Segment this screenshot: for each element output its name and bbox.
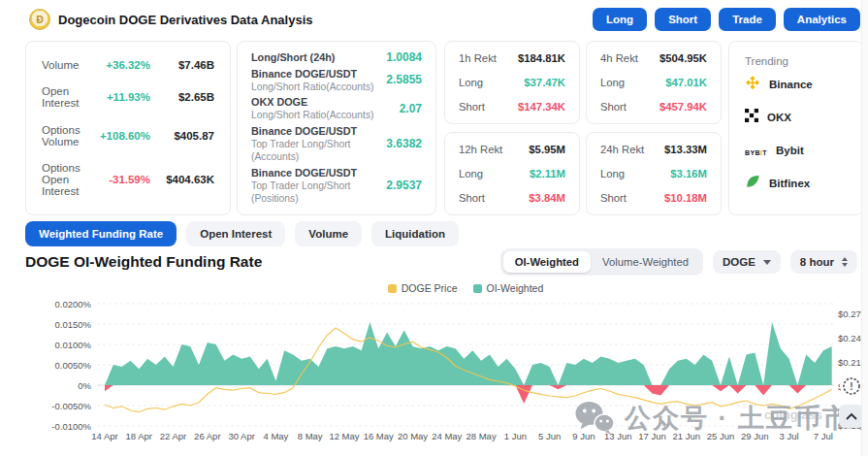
stat-label: Options Open Interest [42, 162, 109, 197]
rekt-period-label: 12h Rekt [459, 144, 502, 155]
rekt-card-24h-rekt: 24h Rekt$13.33MLong$3.16MShort$10.18M [586, 132, 722, 215]
tab-open-interest[interactable]: Open Interest [186, 221, 285, 246]
rekt-total-row: 24h Rekt$13.33M [600, 144, 707, 155]
rekt-period-label: 4h Rekt [600, 52, 638, 64]
stat-label: Options Volume [42, 124, 100, 147]
rekt-short-row: Short$457.94K [600, 101, 707, 113]
weighting-toggle: OI-WeightedVolume-Weighted [500, 248, 703, 276]
header-button-analytics[interactable]: Analytics [784, 8, 860, 31]
ratio-row: Binance DOGE/USDTTop Trader Long/Short (… [251, 166, 422, 206]
ratio-label-line1: Binance DOGE/USDT [251, 124, 386, 138]
ratio-label-line2: Long/Short Ratio(Accounts) [251, 81, 386, 93]
left-axis-tick: 0.0050% [54, 360, 91, 371]
ratio-label-line1: Long/Short (24h) [251, 50, 386, 64]
page-scrollbar[interactable] [861, 0, 868, 456]
x-axis-tick: 7 Jul [800, 431, 847, 441]
trending-bitfinex[interactable]: Bitfinex [745, 174, 847, 193]
rekt-total-value: $504.95K [659, 52, 707, 64]
rekt-short-label: Short [459, 101, 485, 113]
stat-change: +11.93% [107, 91, 150, 103]
chevron-up-icon [846, 412, 857, 420]
stat-value: $7.46B [160, 59, 214, 71]
trending-binance[interactable]: Binance [745, 75, 847, 94]
rekt-long-row: Long$37.47K [459, 77, 565, 88]
stat-row: Volume+36.32%$7.46B [42, 59, 214, 71]
legend-item-oi-weighted[interactable]: OI-Weighted [473, 282, 544, 294]
rekt-short-row: Short$10.18M [600, 192, 707, 204]
ratio-row: Binance DOGE/USDTLong/Short Ratio(Accoun… [251, 67, 422, 93]
alert-gauge-icon: ! [842, 376, 861, 396]
rekt-short-value: $10.18M [664, 192, 707, 204]
ratio-labels: Binance DOGE/USDTLong/Short Ratio(Accoun… [251, 67, 386, 93]
dogecoin-logo-icon: Ð [29, 9, 50, 30]
ratio-row: Long/Short (24h)1.0084 [251, 50, 422, 64]
trending-list: BinanceOKXBYBITBybitBitfinex [745, 67, 847, 201]
rekt-card-4h-rekt: 4h Rekt$504.95KLong$47.01KShort$457.94K [586, 41, 722, 124]
trending-exchange-name: Bybit [776, 145, 804, 156]
symbol-select[interactable]: DOGE [713, 250, 781, 274]
rekt-long-value: $3.16M [670, 168, 707, 179]
tab-liquidation[interactable]: Liquidation [371, 221, 459, 246]
header-button-long[interactable]: Long [593, 8, 647, 31]
okx-icon [745, 109, 758, 126]
toggle-oi-weighted[interactable]: OI-Weighted [503, 251, 591, 273]
rekt-long-label: Long [459, 168, 483, 179]
rekt-total-row: 4h Rekt$504.95K [600, 52, 707, 64]
left-axis-tick: 0% [78, 380, 91, 391]
rekt-long-row: Long$3.16M [600, 168, 707, 179]
rekt-short-value: $3.84M [529, 192, 565, 204]
chart-title: DOGE OI-Weighted Funding Rate [25, 253, 262, 271]
stat-value: $404.63K [160, 174, 214, 185]
stat-row: Open Interest+11.93%$2.65B [42, 85, 214, 109]
ratio-row: Binance DOGE/USDTTop Trader Long/Short (… [251, 124, 422, 164]
tab-weighted-funding-rate[interactable]: Weighted Funding Rate [25, 221, 177, 246]
scroll-to-top-button[interactable] [839, 405, 863, 428]
header-button-trade[interactable]: Trade [719, 8, 776, 31]
trending-okx[interactable]: OKX [745, 109, 847, 126]
rekt-long-label: Long [600, 77, 625, 88]
toggle-volume-weighted[interactable]: Volume-Weighted [591, 251, 700, 273]
rekt-total-value: $13.33M [664, 144, 707, 155]
header-buttons: LongShortTradeAnalytics [593, 8, 860, 31]
symbol-select-value: DOGE [723, 256, 755, 268]
header: Ð Dogecoin DOGE Derivatives Data Analysi… [0, 0, 868, 39]
stat-change: +108.60% [100, 130, 150, 142]
svg-text:!: ! [850, 381, 852, 392]
spinner-icon [842, 257, 848, 267]
ratio-label-line2: Long/Short Ratio(Accounts) [251, 109, 400, 121]
chart-header: DOGE OI-Weighted Funding Rate OI-Weighte… [25, 248, 861, 276]
rekt-card-1h-rekt: 1h Rekt$184.81KLong$37.47KShort$147.34K [444, 41, 580, 124]
x-axis-labels: 14 Apr18 Apr22 Apr26 Apr30 Apr4 May8 May… [97, 431, 834, 444]
chart-area[interactable] [97, 296, 834, 427]
rekt-short-row: Short$147.34K [459, 101, 565, 113]
left-axis-tick: 0.0150% [54, 319, 91, 330]
stat-value: $2.65B [160, 91, 214, 103]
tab-volume[interactable]: Volume [295, 221, 362, 246]
bybit-icon: BYBIT [745, 142, 767, 159]
rekt-card-12h-rekt: 12h Rekt$5.95MLong$2.11MShort$3.84M [444, 132, 580, 215]
ratio-labels: Binance DOGE/USDTTop Trader Long/Short (… [251, 124, 386, 164]
chart-tabs: Weighted Funding RateOpen InterestVolume… [25, 221, 459, 246]
rekt-long-value: $47.01K [665, 77, 707, 88]
rekt-short-label: Short [600, 192, 627, 204]
long-short-ratios-card: Long/Short (24h)1.0084Binance DOGE/USDTL… [237, 41, 436, 215]
rekt-short-row: Short$3.84M [459, 192, 565, 204]
ratio-value: 3.6382 [386, 137, 422, 150]
header-button-short[interactable]: Short [655, 8, 711, 31]
legend-swatch [388, 284, 397, 293]
legend-item-doge-price[interactable]: DOGE Price [388, 282, 458, 294]
stat-change: -31.59% [109, 174, 150, 185]
rekt-long-label: Long [459, 77, 483, 88]
alert-gauge-button[interactable]: ! [840, 375, 863, 398]
left-axis-labels: 0.0200%0.0150%0.0100%0.0050%0%-0.0050%-0… [27, 296, 91, 432]
legend-swatch [473, 284, 482, 293]
trending-bybit[interactable]: BYBITBybit [745, 142, 847, 159]
funding-rate-chart[interactable] [97, 296, 834, 427]
trending-title: Trending [745, 55, 847, 67]
interval-select[interactable]: 8 hour [790, 250, 857, 274]
chart-legend: DOGE PriceOI-Weighted [97, 282, 834, 294]
rekt-period-label: 1h Rekt [459, 52, 497, 64]
trending-exchange-name: Bitfinex [769, 178, 810, 189]
coinglass-watermark: coinglass [764, 407, 822, 422]
left-axis-tick: 0.0100% [54, 340, 91, 350]
